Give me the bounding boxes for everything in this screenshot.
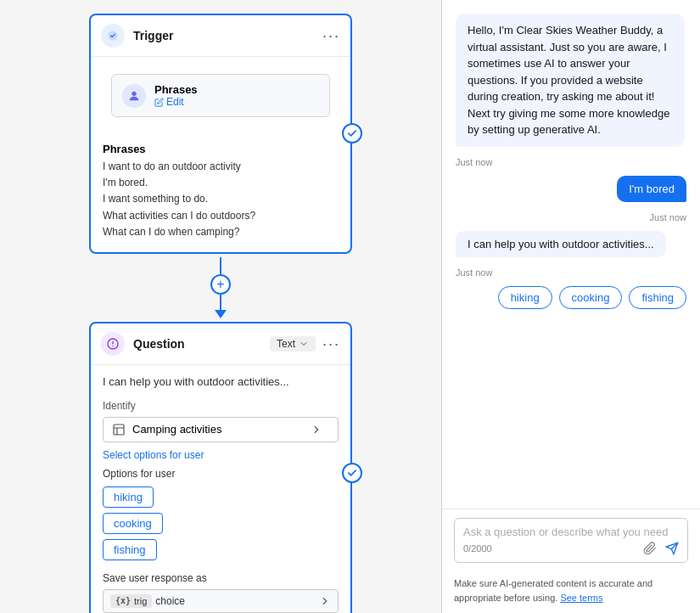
add-step-button[interactable]: +	[210, 274, 231, 295]
question-title: Question	[133, 337, 270, 351]
connector-line-bottom	[220, 295, 221, 312]
connector-between-cards: +	[210, 257, 231, 318]
user-bored-time: Just now	[650, 212, 686, 222]
trigger-card: Trigger ··· Phrases Edit Phrases I	[89, 14, 352, 254]
identify-field[interactable]: Camping activities	[103, 417, 339, 442]
send-button[interactable]	[665, 542, 679, 555]
option-tag-cooking[interactable]: cooking	[103, 513, 163, 534]
var-value: choice	[155, 595, 185, 607]
options-for-user-label: Options for user	[103, 468, 339, 480]
question-type-label: Text	[277, 338, 295, 350]
choice-buttons-group: hiking cooking fishing	[498, 286, 686, 309]
phrases-edit-link[interactable]: Edit	[154, 96, 198, 108]
save-response-field[interactable]: {x} trig choice	[103, 589, 339, 613]
question-type-badge[interactable]: Text	[270, 336, 316, 351]
chat-footer: Make sure AI-generated content is accura…	[442, 571, 700, 613]
chat-input-row: 0/2000	[463, 542, 679, 555]
chat-input-area: Ask a question or describe what you need…	[442, 509, 700, 571]
options-tags-list: hiking cooking fishing	[103, 486, 339, 560]
phrases-section: Phrases Edit	[111, 74, 330, 117]
question-body: I can help you with outdoor activities..…	[91, 365, 350, 613]
phrase-line-4: What activities can I do outdoors?	[103, 208, 339, 224]
phrases-list: I want to do an outdoor activity I'm bor…	[103, 159, 339, 240]
phrases-section-label: Phrases	[103, 143, 339, 155]
identify-chevron-icon	[311, 424, 322, 436]
trigger-menu[interactable]: ···	[322, 28, 340, 43]
var-x-icon: {x}	[115, 596, 131, 605]
phrase-line-2: I'm bored.	[103, 175, 339, 191]
choice-cooking-btn[interactable]: cooking	[559, 286, 623, 309]
phrases-title: Phrases	[154, 83, 198, 96]
trigger-body: Phrases I want to do an outdoor activity…	[91, 134, 350, 252]
left-panel: Trigger ··· Phrases Edit Phrases I	[0, 0, 441, 613]
question-card: Question Text ··· I can help you with ou…	[89, 322, 352, 613]
phrase-line-5: What can I do when camping?	[103, 224, 339, 240]
question-menu[interactable]: ···	[322, 336, 340, 351]
bot-reply-time: Just now	[456, 267, 492, 278]
identify-value: Camping activities	[132, 423, 311, 436]
connector-line-top	[220, 257, 221, 274]
question-preview-text: I can help you with outdoor activities..…	[103, 375, 339, 388]
var-chip: {x} trig	[110, 594, 152, 608]
chat-action-buttons	[643, 542, 679, 555]
bot-reply-message: I can help you with outdoor activities..…	[456, 231, 666, 257]
bot-greeting-time: Just now	[456, 157, 492, 167]
bot-greeting-message: Hello, I'm Clear Skies Weather Buddy, a …	[456, 14, 685, 147]
var-name: trig	[134, 596, 147, 606]
chat-input-box: Ask a question or describe what you need…	[454, 518, 688, 563]
option-tag-hiking[interactable]: hiking	[103, 486, 154, 508]
trigger-title: Trigger	[133, 29, 322, 42]
svg-point-1	[132, 91, 136, 95]
phrase-line-3: I want something to do.	[103, 191, 339, 207]
identify-table-icon	[112, 423, 126, 436]
phrase-line-1: I want to do an outdoor activity	[103, 159, 339, 175]
svg-rect-3	[114, 425, 124, 435]
save-response-label: Save user response as	[103, 572, 339, 584]
identify-label: Identify	[103, 400, 339, 412]
phrases-avatar	[122, 84, 146, 108]
right-panel: Hello, I'm Clear Skies Weather Buddy, a …	[442, 0, 700, 613]
choice-hiking-btn[interactable]: hiking	[498, 286, 552, 309]
footer-terms-link[interactable]: See terms	[560, 593, 602, 603]
choice-fishing-btn[interactable]: fishing	[629, 286, 686, 309]
user-bored-message: I'm bored	[617, 176, 686, 202]
save-field-chevron-icon	[319, 595, 331, 607]
question-check-badge	[342, 463, 362, 483]
trigger-card-header: Trigger ···	[91, 15, 350, 57]
chat-messages: Hello, I'm Clear Skies Weather Buddy, a …	[442, 0, 700, 509]
trigger-icon	[101, 24, 125, 48]
chat-input-placeholder: Ask a question or describe what you need	[463, 526, 679, 538]
connector-arrow	[215, 310, 227, 318]
footer-text: Make sure AI-generated content is accura…	[454, 578, 652, 603]
attachment-button[interactable]	[643, 542, 657, 555]
trigger-check-badge	[342, 123, 362, 143]
question-card-header: Question Text ···	[91, 323, 350, 365]
chat-char-count: 0/2000	[463, 543, 492, 554]
select-options-link[interactable]: Select options for user	[103, 449, 339, 461]
option-tag-fishing[interactable]: fishing	[103, 539, 157, 560]
question-icon	[101, 332, 125, 356]
